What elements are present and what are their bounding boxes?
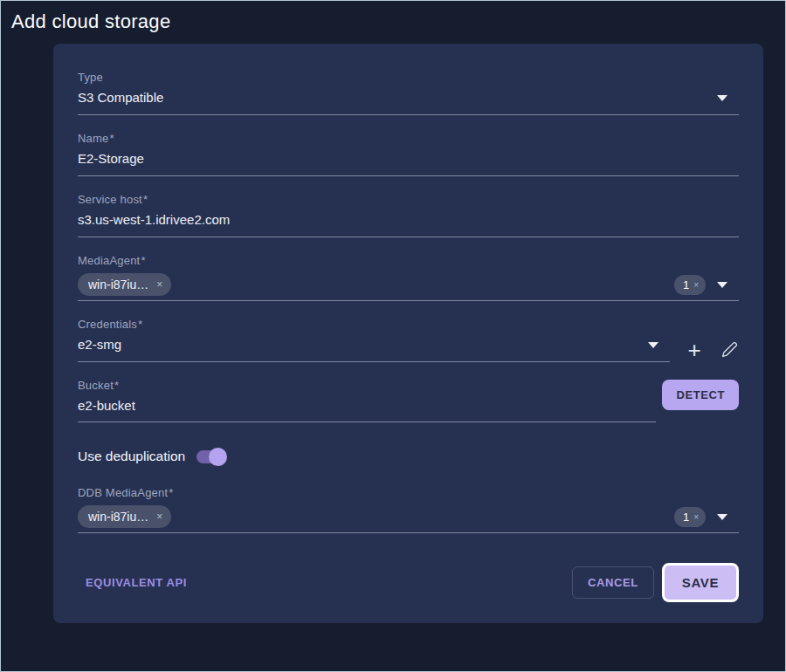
name-value: E2-Storage xyxy=(78,151,739,167)
selection-count-badge[interactable]: 1 × xyxy=(674,507,706,527)
credentials-select[interactable]: e2-smg xyxy=(78,337,670,362)
ddb-media-agent-chip[interactable]: win-i87iu… × xyxy=(78,505,171,528)
edit-credential-button[interactable] xyxy=(720,340,739,360)
field-ddb-media-agent: DDB MediaAgent* win-i87iu… × 1 × xyxy=(78,486,739,533)
selection-count-badge[interactable]: 1 × xyxy=(674,275,706,295)
service-host-label: Service host* xyxy=(78,193,739,206)
type-select[interactable]: S3 Compatible xyxy=(78,90,739,115)
bucket-input[interactable]: e2-bucket xyxy=(78,398,656,422)
credentials-row: e2-smg + xyxy=(78,337,739,362)
field-media-agent: MediaAgent* win-i87iu… × 1 × xyxy=(78,254,739,301)
credentials-value: e2-smg xyxy=(78,337,648,353)
remove-chip-icon[interactable]: × xyxy=(156,278,162,291)
field-credentials: Credentials* e2-smg + xyxy=(78,318,739,362)
chevron-down-icon[interactable] xyxy=(717,514,727,520)
page-title: Add cloud storage xyxy=(11,10,170,33)
chevron-down-icon[interactable] xyxy=(648,342,658,348)
form-card: Type S3 Compatible Name* E2-Storage Serv… xyxy=(53,44,763,623)
bucket-value: e2-bucket xyxy=(78,398,656,414)
toggle-knob xyxy=(209,448,227,466)
credentials-label: Credentials* xyxy=(78,318,739,331)
type-value: S3 Compatible xyxy=(78,90,717,106)
detect-button[interactable]: DETECT xyxy=(662,380,739,410)
add-cloud-storage-dialog: Add cloud storage Type S3 Compatible Nam… xyxy=(0,0,786,672)
dedup-label: Use deduplication xyxy=(78,449,185,464)
field-type: Type S3 Compatible xyxy=(78,71,739,115)
equivalent-api-link[interactable]: EQUIVALENT API xyxy=(86,576,187,589)
cancel-button[interactable]: CANCEL xyxy=(572,566,654,599)
type-label: Type xyxy=(78,71,739,84)
service-host-value: s3.us-west-1.idrivee2.com xyxy=(78,212,739,228)
pencil-icon xyxy=(721,341,738,358)
add-credential-button[interactable]: + xyxy=(684,339,705,360)
field-bucket: Bucket* e2-bucket DETECT xyxy=(78,379,739,422)
plus-icon: + xyxy=(687,340,700,360)
clear-selection-icon[interactable]: × xyxy=(693,280,699,290)
chevron-down-icon[interactable] xyxy=(717,95,727,101)
save-button[interactable]: SAVE xyxy=(662,563,739,602)
remove-chip-icon[interactable]: × xyxy=(156,511,162,523)
dedup-row: Use deduplication xyxy=(78,449,739,464)
dialog-footer: EQUIVALENT API CANCEL SAVE xyxy=(78,563,739,602)
media-agent-label: MediaAgent* xyxy=(78,254,739,267)
service-host-input[interactable]: s3.us-west-1.idrivee2.com xyxy=(78,212,739,237)
media-agent-multiselect[interactable]: win-i87iu… × 1 × xyxy=(78,273,739,301)
ddb-media-agent-multiselect[interactable]: win-i87iu… × 1 × xyxy=(78,505,739,533)
dedup-toggle[interactable] xyxy=(196,450,224,463)
field-service-host: Service host* s3.us-west-1.idrivee2.com xyxy=(78,193,739,237)
chevron-down-icon[interactable] xyxy=(717,282,727,288)
name-input[interactable]: E2-Storage xyxy=(78,151,739,176)
bucket-label: Bucket* xyxy=(78,379,656,392)
media-agent-chip[interactable]: win-i87iu… × xyxy=(78,273,171,296)
field-name: Name* E2-Storage xyxy=(78,132,739,176)
clear-selection-icon[interactable]: × xyxy=(693,512,699,522)
ddb-media-agent-label: DDB MediaAgent* xyxy=(78,486,739,499)
name-label: Name* xyxy=(78,132,739,145)
bucket-column: Bucket* e2-bucket xyxy=(78,379,656,422)
page-header: Add cloud storage xyxy=(1,1,785,43)
